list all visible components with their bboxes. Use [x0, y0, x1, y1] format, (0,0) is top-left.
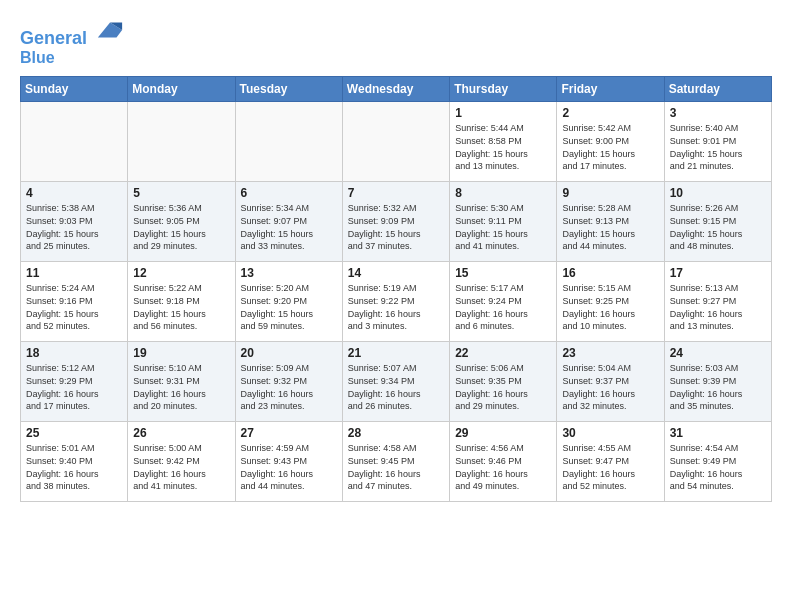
day-info: Sunrise: 5:44 AM Sunset: 8:58 PM Dayligh… [455, 122, 551, 172]
day-number: 8 [455, 186, 551, 200]
day-number: 10 [670, 186, 766, 200]
calendar-cell [342, 102, 449, 182]
day-number: 11 [26, 266, 122, 280]
calendar-cell: 2Sunrise: 5:42 AM Sunset: 9:00 PM Daylig… [557, 102, 664, 182]
day-info: Sunrise: 5:20 AM Sunset: 9:20 PM Dayligh… [241, 282, 337, 332]
weekday-header-friday: Friday [557, 77, 664, 102]
day-number: 5 [133, 186, 229, 200]
calendar-cell: 25Sunrise: 5:01 AM Sunset: 9:40 PM Dayli… [21, 422, 128, 502]
calendar-cell: 14Sunrise: 5:19 AM Sunset: 9:22 PM Dayli… [342, 262, 449, 342]
calendar-cell [235, 102, 342, 182]
header: General Blue [20, 16, 772, 66]
calendar-cell: 13Sunrise: 5:20 AM Sunset: 9:20 PM Dayli… [235, 262, 342, 342]
logo-text: General [20, 16, 124, 49]
weekday-header-wednesday: Wednesday [342, 77, 449, 102]
day-number: 16 [562, 266, 658, 280]
day-info: Sunrise: 4:55 AM Sunset: 9:47 PM Dayligh… [562, 442, 658, 492]
calendar-cell: 10Sunrise: 5:26 AM Sunset: 9:15 PM Dayli… [664, 182, 771, 262]
day-number: 2 [562, 106, 658, 120]
calendar-cell: 30Sunrise: 4:55 AM Sunset: 9:47 PM Dayli… [557, 422, 664, 502]
day-info: Sunrise: 5:38 AM Sunset: 9:03 PM Dayligh… [26, 202, 122, 252]
day-number: 15 [455, 266, 551, 280]
day-info: Sunrise: 5:12 AM Sunset: 9:29 PM Dayligh… [26, 362, 122, 412]
day-number: 12 [133, 266, 229, 280]
day-info: Sunrise: 5:30 AM Sunset: 9:11 PM Dayligh… [455, 202, 551, 252]
calendar-cell: 23Sunrise: 5:04 AM Sunset: 9:37 PM Dayli… [557, 342, 664, 422]
calendar-cell: 26Sunrise: 5:00 AM Sunset: 9:42 PM Dayli… [128, 422, 235, 502]
day-info: Sunrise: 4:59 AM Sunset: 9:43 PM Dayligh… [241, 442, 337, 492]
day-info: Sunrise: 5:42 AM Sunset: 9:00 PM Dayligh… [562, 122, 658, 172]
calendar-cell: 6Sunrise: 5:34 AM Sunset: 9:07 PM Daylig… [235, 182, 342, 262]
logo: General Blue [20, 16, 124, 66]
day-info: Sunrise: 4:58 AM Sunset: 9:45 PM Dayligh… [348, 442, 444, 492]
calendar-week-5: 25Sunrise: 5:01 AM Sunset: 9:40 PM Dayli… [21, 422, 772, 502]
day-info: Sunrise: 5:17 AM Sunset: 9:24 PM Dayligh… [455, 282, 551, 332]
day-number: 29 [455, 426, 551, 440]
calendar-cell: 27Sunrise: 4:59 AM Sunset: 9:43 PM Dayli… [235, 422, 342, 502]
day-info: Sunrise: 5:28 AM Sunset: 9:13 PM Dayligh… [562, 202, 658, 252]
day-number: 6 [241, 186, 337, 200]
calendar-cell: 7Sunrise: 5:32 AM Sunset: 9:09 PM Daylig… [342, 182, 449, 262]
weekday-header-thursday: Thursday [450, 77, 557, 102]
day-info: Sunrise: 5:03 AM Sunset: 9:39 PM Dayligh… [670, 362, 766, 412]
day-info: Sunrise: 5:24 AM Sunset: 9:16 PM Dayligh… [26, 282, 122, 332]
day-number: 9 [562, 186, 658, 200]
day-info: Sunrise: 5:06 AM Sunset: 9:35 PM Dayligh… [455, 362, 551, 412]
day-number: 14 [348, 266, 444, 280]
day-info: Sunrise: 5:10 AM Sunset: 9:31 PM Dayligh… [133, 362, 229, 412]
weekday-header-saturday: Saturday [664, 77, 771, 102]
calendar-cell: 1Sunrise: 5:44 AM Sunset: 8:58 PM Daylig… [450, 102, 557, 182]
day-info: Sunrise: 5:13 AM Sunset: 9:27 PM Dayligh… [670, 282, 766, 332]
day-number: 23 [562, 346, 658, 360]
day-info: Sunrise: 5:15 AM Sunset: 9:25 PM Dayligh… [562, 282, 658, 332]
calendar-table: SundayMondayTuesdayWednesdayThursdayFrid… [20, 76, 772, 502]
page: General Blue SundayMondayTuesdayWednesda… [0, 0, 792, 612]
day-number: 7 [348, 186, 444, 200]
day-number: 1 [455, 106, 551, 120]
calendar-cell: 12Sunrise: 5:22 AM Sunset: 9:18 PM Dayli… [128, 262, 235, 342]
day-number: 28 [348, 426, 444, 440]
calendar-cell: 29Sunrise: 4:56 AM Sunset: 9:46 PM Dayli… [450, 422, 557, 502]
calendar-cell: 5Sunrise: 5:36 AM Sunset: 9:05 PM Daylig… [128, 182, 235, 262]
day-info: Sunrise: 4:54 AM Sunset: 9:49 PM Dayligh… [670, 442, 766, 492]
calendar-week-1: 1Sunrise: 5:44 AM Sunset: 8:58 PM Daylig… [21, 102, 772, 182]
calendar-cell: 16Sunrise: 5:15 AM Sunset: 9:25 PM Dayli… [557, 262, 664, 342]
day-info: Sunrise: 5:40 AM Sunset: 9:01 PM Dayligh… [670, 122, 766, 172]
day-info: Sunrise: 5:09 AM Sunset: 9:32 PM Dayligh… [241, 362, 337, 412]
calendar-week-2: 4Sunrise: 5:38 AM Sunset: 9:03 PM Daylig… [21, 182, 772, 262]
day-info: Sunrise: 5:07 AM Sunset: 9:34 PM Dayligh… [348, 362, 444, 412]
calendar-cell: 3Sunrise: 5:40 AM Sunset: 9:01 PM Daylig… [664, 102, 771, 182]
day-info: Sunrise: 5:32 AM Sunset: 9:09 PM Dayligh… [348, 202, 444, 252]
calendar-cell: 28Sunrise: 4:58 AM Sunset: 9:45 PM Dayli… [342, 422, 449, 502]
day-info: Sunrise: 5:36 AM Sunset: 9:05 PM Dayligh… [133, 202, 229, 252]
calendar-cell: 24Sunrise: 5:03 AM Sunset: 9:39 PM Dayli… [664, 342, 771, 422]
logo-icon [96, 16, 124, 44]
calendar-cell: 22Sunrise: 5:06 AM Sunset: 9:35 PM Dayli… [450, 342, 557, 422]
calendar-cell: 8Sunrise: 5:30 AM Sunset: 9:11 PM Daylig… [450, 182, 557, 262]
day-number: 30 [562, 426, 658, 440]
day-info: Sunrise: 5:01 AM Sunset: 9:40 PM Dayligh… [26, 442, 122, 492]
calendar-cell: 17Sunrise: 5:13 AM Sunset: 9:27 PM Dayli… [664, 262, 771, 342]
calendar-cell: 9Sunrise: 5:28 AM Sunset: 9:13 PM Daylig… [557, 182, 664, 262]
day-number: 19 [133, 346, 229, 360]
calendar-cell [128, 102, 235, 182]
day-number: 24 [670, 346, 766, 360]
weekday-header-row: SundayMondayTuesdayWednesdayThursdayFrid… [21, 77, 772, 102]
day-info: Sunrise: 5:00 AM Sunset: 9:42 PM Dayligh… [133, 442, 229, 492]
day-number: 21 [348, 346, 444, 360]
logo-general: General [20, 28, 87, 48]
calendar-cell: 15Sunrise: 5:17 AM Sunset: 9:24 PM Dayli… [450, 262, 557, 342]
day-number: 27 [241, 426, 337, 440]
calendar-cell: 19Sunrise: 5:10 AM Sunset: 9:31 PM Dayli… [128, 342, 235, 422]
day-number: 17 [670, 266, 766, 280]
calendar-cell: 4Sunrise: 5:38 AM Sunset: 9:03 PM Daylig… [21, 182, 128, 262]
day-info: Sunrise: 5:34 AM Sunset: 9:07 PM Dayligh… [241, 202, 337, 252]
calendar-week-3: 11Sunrise: 5:24 AM Sunset: 9:16 PM Dayli… [21, 262, 772, 342]
day-number: 18 [26, 346, 122, 360]
day-number: 31 [670, 426, 766, 440]
day-number: 26 [133, 426, 229, 440]
day-info: Sunrise: 5:26 AM Sunset: 9:15 PM Dayligh… [670, 202, 766, 252]
calendar-cell: 11Sunrise: 5:24 AM Sunset: 9:16 PM Dayli… [21, 262, 128, 342]
calendar-week-4: 18Sunrise: 5:12 AM Sunset: 9:29 PM Dayli… [21, 342, 772, 422]
calendar-cell: 18Sunrise: 5:12 AM Sunset: 9:29 PM Dayli… [21, 342, 128, 422]
